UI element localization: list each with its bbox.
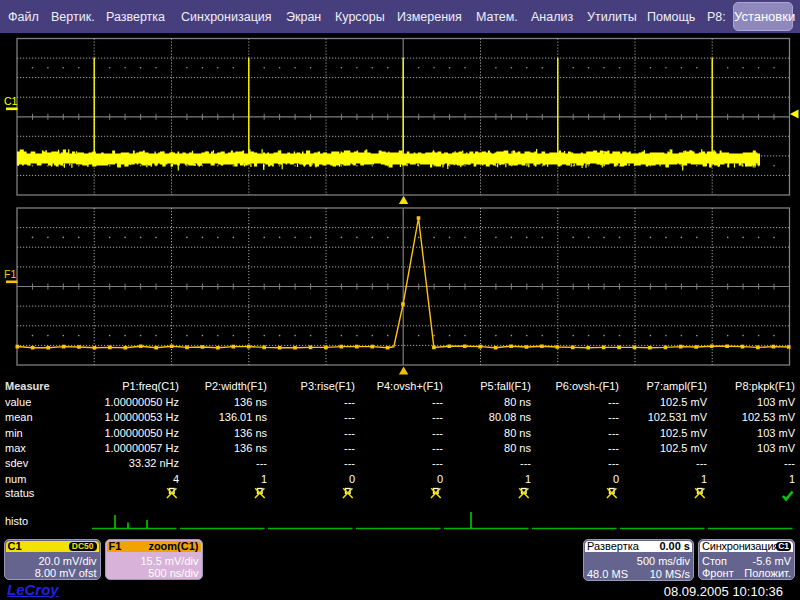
svg-text:F1: F1 [4, 268, 16, 280]
svg-text:C1: C1 [4, 95, 18, 107]
